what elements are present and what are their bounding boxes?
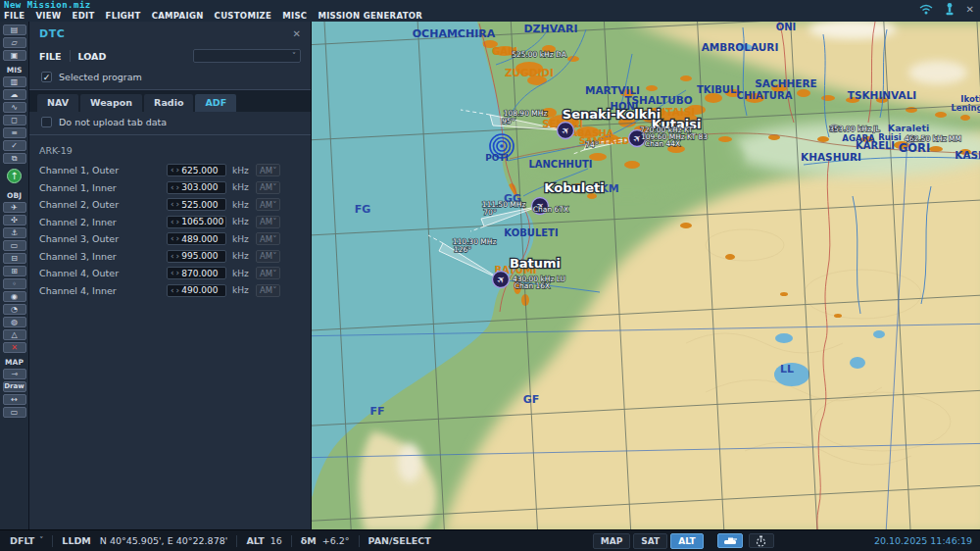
dtc-file-button[interactable]: FILE	[39, 51, 62, 62]
spinner-increment-icon[interactable]: ›	[176, 268, 180, 278]
mission-title: New Mission.miz	[4, 0, 91, 10]
layer-button-sat[interactable]: SAT	[633, 533, 667, 549]
save-mission-button[interactable]: ▣	[3, 50, 26, 61]
frequency-unit-label: kHz	[232, 182, 252, 192]
add-helicopter-button[interactable]: ✣	[3, 215, 26, 225]
add-vehicle-button[interactable]: ▭	[3, 240, 26, 251]
delete-object-button[interactable]: ✕	[3, 342, 26, 353]
close-window-icon[interactable]: ✕	[966, 4, 974, 15]
spinner-increment-icon[interactable]: ›	[176, 285, 180, 296]
divider	[359, 535, 360, 547]
add-carriage-button[interactable]: ⊞	[3, 266, 26, 276]
validate-button[interactable]: ✓	[3, 140, 26, 151]
menu-item-view[interactable]: VIEW	[35, 11, 61, 21]
spinner-increment-icon[interactable]: ›	[176, 182, 180, 193]
frequency-unit-label: kHz	[232, 217, 252, 226]
divider	[52, 535, 53, 547]
spinner-increment-icon[interactable]: ›	[176, 199, 180, 210]
menu-item-file[interactable]: FILE	[4, 11, 24, 21]
map-key-button[interactable]: ⊸	[3, 369, 26, 379]
menu-item-flight[interactable]: FLIGHT	[106, 11, 141, 21]
measure-button[interactable]: ↔	[3, 394, 26, 405]
map-city-label: Ruisi	[878, 132, 902, 142]
channel-label: Channel 2, Inner	[39, 217, 167, 227]
open-mission-button[interactable]: ▱	[3, 37, 26, 48]
upload-mission-button[interactable]: ↑	[7, 169, 22, 183]
modulation-select: AM ˅	[256, 267, 280, 279]
spinner-increment-icon[interactable]: ›	[176, 251, 180, 262]
do-not-upload-checkbox[interactable]	[41, 117, 52, 127]
draw-button[interactable]: Draw	[3, 381, 26, 392]
chevron-down-icon: ˅	[272, 269, 276, 278]
senaki-kolkhi-airport-icon[interactable]: ✈	[558, 123, 574, 139]
briefing-button[interactable]: ▥	[3, 76, 26, 87]
add-aircraft-button[interactable]: ✈	[3, 202, 26, 213]
network-icon[interactable]	[919, 4, 933, 15]
modulation-select: AM ˅	[256, 216, 280, 228]
spinner-decrement-icon[interactable]: ‹	[171, 285, 174, 296]
tab-nav[interactable]: NAV	[37, 94, 78, 112]
profile-dropdown[interactable]: DFLT ˅	[10, 535, 43, 546]
frequency-input[interactable]: ‹ › 625.000	[167, 164, 226, 176]
menu-item-campaign[interactable]: CAMPAIGN	[152, 11, 204, 21]
frequency-input[interactable]: ‹ › 870.000	[167, 267, 226, 279]
map-city-label: TSKHINVALI	[848, 89, 916, 101]
coord-format-label[interactable]: LLDM	[62, 535, 90, 546]
layer-button-map[interactable]: MAP	[593, 533, 631, 549]
layer-button-alt[interactable]: ALT	[670, 533, 703, 549]
frequency-input[interactable]: ‹ › 490.000	[167, 284, 226, 297]
frequency-input[interactable]: ‹ › 995.000	[167, 250, 226, 263]
spinner-decrement-icon[interactable]: ‹	[171, 165, 174, 175]
tab-weapon[interactable]: Weapon	[80, 94, 142, 112]
frequency-value: 625.000	[181, 166, 218, 175]
spinner-decrement-icon[interactable]: ‹	[171, 199, 174, 210]
time-acceleration-button[interactable]	[749, 533, 774, 548]
spinner-increment-icon[interactable]: ›	[176, 165, 180, 175]
frequency-input[interactable]: ‹ › 303.000	[167, 181, 226, 194]
menu-item-mission-generator[interactable]: MISSION GENERATOR	[318, 11, 422, 21]
adf-channel-row: Channel 1, Outer ‹ › 625.000 kHz AM ˅	[29, 162, 311, 179]
dtc-close-icon[interactable]: ✕	[293, 28, 301, 39]
region-button[interactable]: ▭	[3, 407, 26, 418]
add-template-button[interactable]: △	[3, 329, 26, 340]
add-ship-button[interactable]: ⚓	[3, 227, 26, 238]
triggers-button[interactable]: ⧉	[3, 153, 26, 164]
dtc-load-button[interactable]: LOAD	[78, 51, 107, 62]
frequency-input[interactable]: ‹ › 489.000	[167, 232, 226, 245]
selected-program-checkbox[interactable]: ✓	[41, 72, 52, 82]
spinner-decrement-icon[interactable]: ‹	[171, 217, 174, 227]
add-waypoint-button[interactable]: ◦	[3, 278, 26, 289]
route-tool-button[interactable]: ∿	[3, 102, 26, 113]
spinner-increment-icon[interactable]: ›	[176, 233, 180, 244]
spinner-decrement-icon[interactable]: ‹	[171, 268, 174, 278]
unit-labels-toggle[interactable]	[717, 533, 743, 548]
menu-item-edit[interactable]: EDIT	[73, 11, 95, 21]
weather-button[interactable]: ☁	[3, 89, 26, 100]
frequency-input[interactable]: ‹ › 525.000	[167, 198, 226, 211]
payload-button[interactable]: ≡	[3, 127, 26, 138]
add-static-button[interactable]: ◉	[3, 291, 26, 302]
menu-item-misc[interactable]: MISC	[282, 11, 307, 21]
frequency-input[interactable]: ‹ › 1065.000	[167, 216, 226, 228]
chevron-down-icon: ˅	[39, 536, 43, 545]
add-zone-button[interactable]: ◍	[3, 317, 26, 327]
add-train-button[interactable]: ⊟	[3, 253, 26, 264]
dtc-file-dropdown[interactable]: ˅	[193, 49, 301, 63]
spinner-increment-icon[interactable]: ›	[176, 217, 180, 227]
magvar-label: δM	[301, 535, 317, 546]
chevron-down-icon: ˅	[292, 52, 296, 61]
tab-radio[interactable]: Radio	[144, 94, 193, 112]
new-mission-button[interactable]: ▤	[3, 25, 26, 35]
select-frame-button[interactable]: ◻	[3, 115, 26, 125]
spinner-decrement-icon[interactable]: ‹	[171, 233, 174, 244]
tab-adf[interactable]: ADF	[195, 94, 236, 112]
spinner-decrement-icon[interactable]: ‹	[171, 251, 174, 262]
joystick-icon[interactable]	[945, 3, 955, 16]
spinner-decrement-icon[interactable]: ‹	[171, 182, 174, 193]
batumi-airport-icon[interactable]: ✈	[493, 272, 510, 288]
map-grid-label: FF	[369, 405, 384, 418]
add-clock-button[interactable]: ◔	[3, 304, 26, 315]
map-canvas[interactable]: POTIOCHAMCHIRADZHVARIMARTVILIHONITSHALTU…	[312, 22, 980, 529]
frequency-value: 870.000	[181, 269, 218, 278]
menu-item-customize[interactable]: CUSTOMIZE	[215, 11, 272, 21]
